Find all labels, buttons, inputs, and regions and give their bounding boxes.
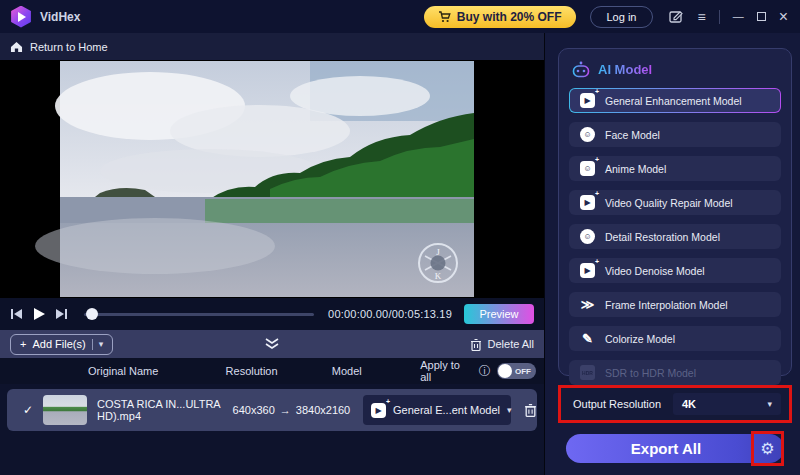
video-repair-icon: ▶ [580,195,595,210]
gear-icon[interactable]: ⚙ [760,441,774,457]
output-resolution-label: Output Resolution [573,398,673,410]
plus-icon: + [20,338,26,350]
button-divider [92,339,93,350]
resolution-from: 640x360 [233,404,275,416]
minimize-button[interactable]: — [733,11,744,22]
buy-discount-button[interactable]: Buy with 20% OFF [424,6,576,28]
model-item-general-enhancement[interactable]: ▶ General Enhancement Model [569,88,781,113]
creator-watermark: J K [416,241,460,285]
apply-to-all-toggle[interactable]: OFF [497,363,536,379]
export-settings-annotated: ⚙ [751,431,784,466]
app-logo-icon [10,6,32,28]
model-item-anime[interactable]: ☺ Anime Model [569,156,781,181]
file-resolution: 640x360 → 3840x2160 [233,404,357,416]
cart-icon [438,11,451,23]
model-label: Video Quality Repair Model [605,197,733,209]
output-resolution-value: 4K [682,398,767,410]
model-label: Detail Restoration Model [605,231,720,243]
delete-all-label: Delete All [488,338,534,350]
hdr-icon: HDR [580,365,595,380]
preview-button[interactable]: Preview [464,304,534,324]
row-check-icon[interactable]: ✓ [23,403,36,417]
title-bar: VidHex Buy with 20% OFF Log in ≡ — × [0,0,800,33]
ai-model-panel: AI Model ▶ General Enhancement Model ☺ F… [558,48,792,376]
timecode: 00:00:00.00/00:05:13.19 [328,308,452,320]
model-item-video-quality-repair[interactable]: ▶ Video Quality Repair Model [569,190,781,215]
video-enhance-icon: ▶ [580,93,595,108]
seek-slider[interactable] [84,313,314,316]
output-resolution-row-annotated: Output Resolution 4K ▾ [558,385,792,423]
app-name: VidHex [40,10,80,24]
login-button-label: Log in [607,11,637,23]
video-enhance-icon: ▶ [371,403,386,418]
return-home-button[interactable]: Return to Home [0,33,544,60]
robot-icon [571,60,591,78]
arrow-right-icon: → [280,404,291,416]
playback-controls: 00:00:00.00/00:05:13.19 Preview [0,298,544,330]
feedback-icon[interactable] [669,10,684,24]
model-label: Face Model [605,129,660,141]
export-row: Export All ⚙ [558,432,792,465]
model-label: Video Denoise Model [605,265,705,277]
file-toolbar: + Add File(s) ▾ Delete All [0,330,544,358]
vidhex-window: VidHex Buy with 20% OFF Log in ≡ — × [0,0,800,475]
model-item-colorize[interactable]: ✎ Colorize Model [569,326,781,351]
toggle-state-label: OFF [515,367,531,376]
svg-text:K: K [435,271,442,281]
row-model-value: General E...ent Model [393,404,500,416]
svg-text:J: J [436,247,440,257]
return-home-label: Return to Home [30,41,108,53]
export-all-button[interactable]: Export All ⚙ [566,434,784,463]
model-item-sdr-to-hdr[interactable]: HDR SDR to HDR Model [569,360,781,385]
file-name: COSTA RICA IN...ULTRA HD).mp4 [97,398,233,422]
column-model: Model [332,365,420,377]
trash-icon [470,338,482,351]
seek-slider-handle[interactable] [86,308,98,320]
ai-model-sidebar: AI Model ▶ General Enhancement Model ☺ F… [545,33,800,475]
video-thumbnail [43,395,87,425]
model-item-face[interactable]: ☺ Face Model [569,122,781,147]
menu-icon[interactable]: ≡ [697,10,705,24]
model-label: General Enhancement Model [605,95,742,107]
home-icon [10,41,23,53]
add-files-button[interactable]: + Add File(s) ▾ [10,334,113,355]
output-resolution-dropdown[interactable]: 4K ▾ [673,393,781,415]
model-item-detail-restoration[interactable]: ☺ Detail Restoration Model [569,224,781,249]
previous-frame-button[interactable] [10,308,23,320]
chevron-down-icon: ▾ [507,405,512,415]
info-icon[interactable]: ⓘ [479,363,491,380]
maximize-button[interactable] [757,12,766,21]
frame-interpolation-icon: ≫ [580,297,595,312]
next-frame-button[interactable] [55,308,68,320]
row-model-dropdown[interactable]: ▶ General E...ent Model ▾ [363,395,511,425]
buy-button-label: Buy with 20% OFF [457,10,562,24]
preview-button-label: Preview [479,308,518,320]
column-original-name: Original Name [88,365,226,377]
apply-to-all-label: Apply to all [420,359,473,383]
play-button[interactable] [32,307,46,321]
file-list: ✓ COSTA RICA IN...ULTRA HD).mp4 640x360 … [0,384,544,475]
file-table-header: Original Name Resolution Model Apply to … [0,358,544,384]
resolution-to: 3840x2160 [296,404,350,416]
file-row[interactable]: ✓ COSTA RICA IN...ULTRA HD).mp4 640x360 … [7,389,537,431]
panel-title: AI Model [598,62,652,77]
login-button[interactable]: Log in [590,6,654,28]
row-delete-icon[interactable] [524,403,537,417]
model-label: Anime Model [605,163,666,175]
export-all-label: Export All [631,440,701,457]
close-button[interactable]: × [779,9,788,25]
chevron-down-icon[interactable]: ▾ [99,339,104,349]
face-icon: ☺ [580,127,595,142]
model-item-frame-interpolation[interactable]: ≫ Frame Interpolation Model [569,292,781,317]
chevron-down-icon: ▾ [767,399,772,409]
collapse-panel-icon[interactable] [264,338,280,350]
video-denoise-icon: ▶ [580,263,595,278]
video-stage: J K [0,60,544,298]
workspace-panel: Return to Home [0,33,545,475]
toggle-knob [498,364,512,378]
column-resolution: Resolution [226,365,332,377]
delete-all-button[interactable]: Delete All [470,338,534,351]
model-list: ▶ General Enhancement Model ☺ Face Model… [569,88,781,385]
model-item-video-denoise[interactable]: ▶ Video Denoise Model [569,258,781,283]
video-preview[interactable]: J K [60,61,474,297]
